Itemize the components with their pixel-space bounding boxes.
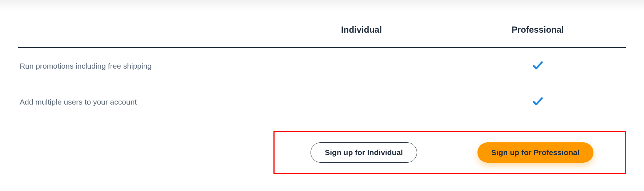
- feature-label: Run promotions including free shipping: [18, 48, 273, 84]
- signup-professional-button[interactable]: Sign up for Professional: [477, 142, 593, 163]
- cell-professional: [449, 48, 626, 84]
- table-row: Add multiple users to your account: [18, 84, 626, 120]
- column-header-individual: Individual: [273, 15, 450, 48]
- check-icon: [532, 102, 544, 109]
- column-header-professional: Professional: [449, 15, 626, 48]
- column-header-blank: [18, 15, 273, 48]
- feature-label: Add multiple users to your account: [18, 84, 273, 120]
- check-icon: [532, 66, 544, 73]
- cell-professional: [449, 84, 626, 120]
- signup-individual-button[interactable]: Sign up for Individual: [311, 142, 417, 163]
- table-row: Run promotions including free shipping: [18, 48, 626, 84]
- cta-highlight: Sign up for Individual Sign up for Profe…: [273, 131, 626, 174]
- cell-individual: [273, 48, 450, 84]
- plan-comparison-table: Individual Professional Run promotions i…: [18, 15, 626, 120]
- cell-individual: [273, 84, 450, 120]
